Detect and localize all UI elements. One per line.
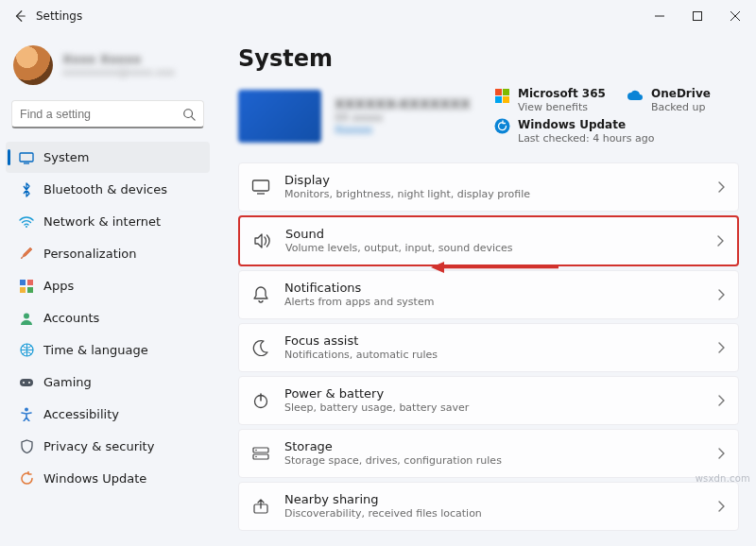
- chevron-right-icon: [717, 501, 725, 512]
- sidebar-item-label: Time & language: [43, 343, 148, 357]
- sidebar-item-label: System: [43, 150, 89, 164]
- row-display[interactable]: DisplayMonitors, brightness, night light…: [238, 162, 739, 212]
- avatar: [13, 45, 53, 85]
- profile-block[interactable]: Xxxx Xxxxx xxxxxxxxx@xxxx.xxx: [6, 40, 210, 94]
- row-power[interactable]: Power & batterySleep, battery usage, bat…: [238, 376, 739, 425]
- chevron-right-icon: [717, 395, 725, 406]
- sidebar: Xxxx Xxxxx xxxxxxxxx@xxxx.xxx System Blu…: [0, 32, 215, 546]
- storage-icon: [250, 443, 271, 464]
- row-sub: Monitors, brightness, night light, displ…: [284, 188, 704, 201]
- globe-icon: [19, 343, 34, 358]
- svg-point-13: [24, 313, 29, 318]
- svg-rect-21: [495, 96, 502, 103]
- card-sub: Last checked: 4 hours ago: [518, 132, 655, 145]
- sidebar-item-accessibility[interactable]: Accessibility: [6, 399, 210, 430]
- sound-icon: [251, 230, 272, 251]
- svg-rect-20: [503, 89, 509, 95]
- accessibility-icon: [19, 407, 34, 422]
- search-input[interactable]: [20, 108, 182, 121]
- sidebar-item-time[interactable]: Time & language: [6, 334, 210, 366]
- back-button[interactable]: [9, 6, 30, 26]
- card-microsoft-365[interactable]: Microsoft 365View benefits: [493, 87, 606, 114]
- row-sub: Volume levels, output, input, sound devi…: [285, 242, 703, 255]
- page-title: System: [238, 45, 739, 72]
- chevron-right-icon: [717, 342, 725, 353]
- card-sub: View benefits: [518, 101, 606, 114]
- display-icon: [19, 150, 34, 165]
- main-pane: System XXXXXX-XXXXXXX XX xxxxx Xxxxxx Mi…: [215, 32, 756, 546]
- row-title: Display: [284, 173, 704, 188]
- sidebar-item-windows-update[interactable]: Windows Update: [6, 463, 210, 494]
- svg-rect-22: [503, 96, 509, 103]
- card-windows-update[interactable]: Windows UpdateLast checked: 4 hours ago: [493, 118, 739, 145]
- row-title: Nearby sharing: [284, 492, 704, 507]
- share-icon: [250, 496, 271, 517]
- card-onedrive[interactable]: OneDriveBacked up: [627, 87, 739, 114]
- device-summary[interactable]: XXXXXX-XXXXXXX XX xxxxx Xxxxxx: [238, 87, 480, 145]
- row-title: Notifications: [284, 281, 704, 296]
- svg-point-8: [26, 226, 27, 228]
- chevron-right-icon: [717, 289, 725, 300]
- search-icon: [182, 108, 196, 121]
- sidebar-item-label: Apps: [43, 279, 74, 293]
- svg-point-30: [255, 449, 257, 451]
- row-storage[interactable]: StorageStorage space, drives, configurat…: [238, 429, 739, 478]
- svg-rect-11: [20, 287, 26, 293]
- chevron-right-icon: [717, 448, 725, 459]
- brush-icon: [19, 247, 34, 262]
- sidebar-item-gaming[interactable]: Gaming: [6, 367, 210, 398]
- arrow-left-icon: [13, 9, 26, 23]
- row-nearby-sharing[interactable]: Nearby sharingDiscoverability, received …: [238, 482, 739, 531]
- svg-rect-12: [27, 287, 33, 293]
- sidebar-item-label: Accounts: [43, 311, 99, 325]
- sidebar-item-label: Privacy & security: [43, 439, 154, 453]
- sidebar-item-accounts[interactable]: Accounts: [6, 302, 210, 333]
- window-title: Settings: [36, 9, 82, 23]
- row-title: Storage: [284, 439, 704, 454]
- update-circle-icon: [493, 118, 510, 135]
- info-cards: Microsoft 365View benefits OneDriveBacke…: [493, 87, 739, 145]
- svg-rect-24: [253, 180, 269, 191]
- update-icon: [19, 471, 34, 486]
- sidebar-item-privacy[interactable]: Privacy & security: [6, 431, 210, 462]
- row-notifications[interactable]: NotificationsAlerts from apps and system: [238, 270, 739, 319]
- nav-list: System Bluetooth & devices Network & int…: [6, 142, 210, 494]
- shield-icon: [19, 439, 34, 454]
- sidebar-item-label: Gaming: [43, 375, 92, 389]
- monitor-icon: [250, 177, 271, 197]
- svg-rect-9: [20, 280, 26, 285]
- sidebar-item-personalization[interactable]: Personalization: [6, 238, 210, 269]
- minimize-button[interactable]: [641, 2, 679, 30]
- person-icon: [19, 311, 34, 326]
- row-title: Sound: [285, 227, 703, 242]
- svg-rect-10: [27, 280, 33, 285]
- device-rename: Xxxxxx: [335, 124, 471, 136]
- svg-point-16: [23, 382, 25, 384]
- sidebar-item-network[interactable]: Network & internet: [6, 206, 210, 237]
- row-sound[interactable]: SoundVolume levels, output, input, sound…: [238, 215, 739, 266]
- wifi-icon: [19, 214, 34, 230]
- device-name: XXXXXX-XXXXXXX: [335, 96, 471, 111]
- sidebar-item-label: Windows Update: [43, 471, 146, 486]
- sidebar-item-label: Personalization: [43, 247, 137, 261]
- microsoft-icon: [493, 87, 510, 104]
- svg-point-31: [255, 455, 257, 457]
- bell-icon: [250, 284, 271, 305]
- svg-point-4: [184, 109, 193, 117]
- chevron-right-icon: [716, 235, 724, 247]
- svg-rect-6: [20, 153, 33, 162]
- close-button[interactable]: [716, 2, 754, 30]
- svg-rect-15: [20, 379, 33, 386]
- sidebar-item-label: Network & internet: [43, 214, 161, 229]
- sidebar-item-bluetooth[interactable]: Bluetooth & devices: [6, 174, 210, 205]
- sidebar-item-apps[interactable]: Apps: [6, 270, 210, 301]
- bluetooth-icon: [19, 182, 34, 197]
- title-bar: Settings: [0, 0, 756, 32]
- cloud-icon: [627, 87, 644, 104]
- device-model: XX xxxxx: [335, 111, 471, 124]
- sidebar-item-system[interactable]: System: [6, 142, 210, 173]
- card-title: Microsoft 365: [518, 87, 606, 101]
- maximize-button[interactable]: [679, 2, 716, 30]
- search-box[interactable]: [11, 100, 204, 128]
- row-focus-assist[interactable]: Focus assistNotifications, automatic rul…: [238, 323, 739, 372]
